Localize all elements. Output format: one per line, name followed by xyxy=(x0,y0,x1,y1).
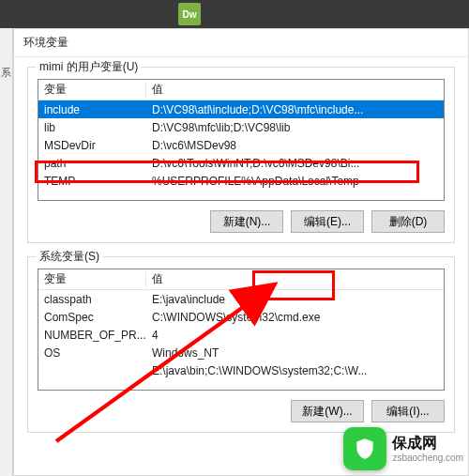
user-rows: include D:\VC98\atl\include;D:\VC98\mfc\… xyxy=(38,100,444,200)
row-val: D:\vc6\MSDev98 xyxy=(146,139,444,152)
watermark-sub: zsbaocheng.com xyxy=(392,453,463,464)
row-val: %USERPROFILE%\AppData\Local\Temp xyxy=(146,175,444,188)
list-header: 变量 值 xyxy=(38,80,444,100)
table-row[interactable]: lib D:\VC98\mfc\lib;D:\VC98\lib xyxy=(38,118,444,136)
user-vars-group: mimi 的用户变量(U) 变量 值 include D:\VC98\atl\i… xyxy=(27,67,455,243)
dialog-title: 环境变量 xyxy=(14,29,468,57)
env-vars-dialog: 环境变量 mimi 的用户变量(U) 变量 值 include D:\VC98\… xyxy=(13,28,469,476)
system-vars-list[interactable]: 变量 值 classpath E:\java\include ComSpec C… xyxy=(38,269,445,391)
row-var: MSDevDir xyxy=(38,139,146,152)
system-btns: 新建(W)... 编辑(I)... xyxy=(38,400,445,422)
table-row[interactable]: E:\java\bin;C:\WINDOWS\system32;C:\W... xyxy=(38,361,444,379)
table-row[interactable]: MSDevDir D:\vc6\MSDev98 xyxy=(38,136,444,154)
watermark-title: 保成网 xyxy=(392,434,463,452)
row-val: D:\VC98\mfc\lib;D:\VC98\lib xyxy=(146,121,444,134)
row-var: ComSpec xyxy=(38,311,146,324)
new-system-var-button[interactable]: 新建(W)... xyxy=(291,400,364,422)
header-variable: 变量 xyxy=(38,82,146,98)
row-val: E:\java\bin;C:\WINDOWS\system32;C:\W... xyxy=(146,364,444,377)
edit-system-var-button[interactable]: 编辑(I)... xyxy=(371,400,445,422)
sidebar-stub: 系 xyxy=(0,28,13,476)
row-val: E:\java\include xyxy=(146,293,444,306)
watermark-text: 保成网 zsbaocheng.com xyxy=(392,434,463,463)
row-val: D:\VC98\atl\include;D:\VC98\mfc\include.… xyxy=(146,103,444,116)
table-row[interactable]: OS Windows_NT xyxy=(38,344,444,361)
user-btns: 新建(N)... 编辑(E)... 删除(D) xyxy=(38,210,445,233)
header-value: 值 xyxy=(146,82,444,98)
row-var: classpath xyxy=(38,293,146,306)
table-row[interactable]: TEMP %USERPROFILE%\AppData\Local\Temp xyxy=(38,172,444,190)
list-header: 变量 值 xyxy=(38,269,444,290)
app-topbar: Dw xyxy=(0,0,469,28)
system-vars-group: 系统变量(S) 变量 值 classpath E:\java\include C… xyxy=(27,256,455,433)
table-row[interactable]: classpath E:\java\include xyxy=(38,290,444,308)
table-row[interactable]: ComSpec C:\WINDOWS\system32\cmd.exe xyxy=(38,308,444,326)
dreamweaver-icon: Dw xyxy=(178,3,201,25)
row-val: Windows_NT xyxy=(146,346,444,360)
system-rows: classpath E:\java\include ComSpec C:\WIN… xyxy=(38,290,444,390)
user-vars-title: mimi 的用户变量(U) xyxy=(36,59,142,75)
dialog-body: mimi 的用户变量(U) 变量 值 include D:\VC98\atl\i… xyxy=(14,57,468,452)
system-vars-title: 系统变量(S) xyxy=(36,249,103,265)
row-var: include xyxy=(38,103,146,116)
row-var: lib xyxy=(38,121,146,134)
row-var: path xyxy=(38,157,146,170)
watermark-shield-icon xyxy=(343,427,386,470)
row-var: OS xyxy=(38,346,146,360)
new-user-var-button[interactable]: 新建(N)... xyxy=(210,210,283,233)
row-val: C:\WINDOWS\system32\cmd.exe xyxy=(146,311,444,324)
row-val: D:\vc6\Tools\WinNT;D:\vc6\MSDev98\Bi... xyxy=(146,157,444,170)
table-row[interactable]: include D:\VC98\atl\include;D:\VC98\mfc\… xyxy=(38,100,444,118)
header-variable: 变量 xyxy=(38,271,146,287)
user-vars-list[interactable]: 变量 值 include D:\VC98\atl\include;D:\VC98… xyxy=(38,79,445,201)
edit-user-var-button[interactable]: 编辑(E)... xyxy=(291,210,364,233)
row-var: TEMP xyxy=(38,175,146,188)
row-val: 4 xyxy=(146,329,444,342)
table-row[interactable]: path D:\vc6\Tools\WinNT;D:\vc6\MSDev98\B… xyxy=(38,154,444,172)
row-var: NUMBER_OF_PR... xyxy=(38,329,146,342)
table-row[interactable]: NUMBER_OF_PR... 4 xyxy=(38,326,444,344)
watermark: 保成网 zsbaocheng.com xyxy=(343,427,463,470)
header-value: 值 xyxy=(146,271,444,287)
delete-user-var-button[interactable]: 删除(D) xyxy=(371,210,445,233)
